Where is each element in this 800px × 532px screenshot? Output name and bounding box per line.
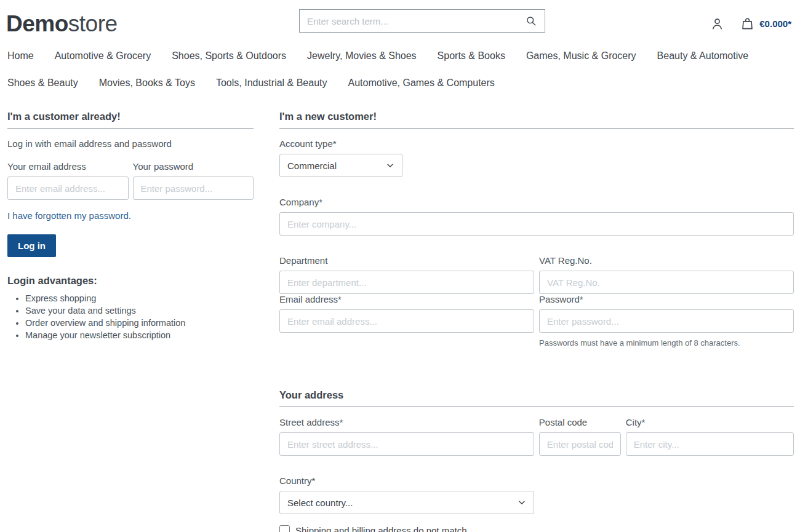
cart-bag-icon (740, 17, 754, 31)
password-hint: Passwords must have a minimum length of … (539, 338, 794, 347)
store-logo[interactable]: Demostore (6, 12, 118, 35)
account-type-group: Account type* Commercial (279, 138, 794, 177)
advantage-item: Manage your newsletter subscription (25, 330, 254, 340)
register-divider (279, 128, 794, 129)
advantage-item: Express shopping (25, 293, 254, 303)
postal-input[interactable] (539, 432, 621, 456)
account-button[interactable] (710, 17, 724, 31)
cart-button[interactable]: €0.000* (740, 17, 791, 31)
login-advantages-list: Express shopping Save your data and sett… (7, 293, 254, 340)
cart-total: €0.000* (759, 18, 791, 29)
logo-text-bold: Demo (6, 11, 68, 36)
country-group: Country* Select country... (279, 475, 794, 514)
address-section: Your address Street address* Postal code… (279, 389, 794, 532)
nav-item-automotive-games-computers[interactable]: Automotive, Games & Computers (348, 77, 495, 89)
login-email-field: Your email address (7, 161, 129, 200)
login-section: I'm a customer already! Log in with emai… (7, 111, 254, 343)
main-content: I'm a customer already! Log in with emai… (0, 89, 800, 532)
city-field: City* (626, 417, 794, 456)
register-page: Demostore (0, 0, 800, 532)
header: Demostore (0, 0, 800, 41)
address-divider (279, 407, 794, 407)
email-password-row: Email address* Password* Passwords must … (279, 294, 794, 347)
nav-item-home[interactable]: Home (7, 50, 34, 62)
country-label: Country* (279, 475, 794, 486)
nav-item-movies-books-toys[interactable]: Movies, Books & Toys (99, 77, 195, 89)
shipping-billing-row: Shipping and billing address do not matc… (279, 525, 794, 532)
forgot-password-link[interactable]: I have forgotten my password. (7, 210, 131, 221)
login-password-label: Your password (133, 161, 254, 172)
register-password-label: Password* (539, 294, 794, 304)
register-section: I'm a new customer! Account type* Commer… (279, 111, 794, 532)
account-type-label: Account type* (279, 138, 794, 149)
advantage-item: Order overview and shipping information (25, 318, 254, 328)
register-password-input[interactable] (539, 309, 794, 333)
nav-item-automotive-grocery[interactable]: Automotive & Grocery (55, 50, 151, 62)
street-label: Street address* (279, 417, 534, 427)
nav-item-sports-books[interactable]: Sports & Books (438, 50, 505, 62)
nav-item-shoes-sports-outdoors[interactable]: Shoes, Sports & Outdoors (172, 50, 286, 62)
postal-field: Postal code (539, 417, 621, 456)
login-fields-row: Your email address Your password (7, 161, 254, 200)
main-nav-row1: Home Automotive & Grocery Shoes, Sports … (0, 50, 800, 62)
search-input[interactable] (300, 10, 521, 32)
vat-label: VAT Reg.No. (539, 255, 794, 266)
department-vat-row: Department VAT Reg.No. (279, 255, 794, 294)
nav-item-shoes-beauty[interactable]: Shoes & Beauty (7, 77, 78, 89)
country-select[interactable]: Select country... (279, 491, 534, 514)
login-password-field: Your password (133, 161, 254, 200)
login-advantages-title: Login advantages: (7, 275, 254, 287)
login-subtitle: Log in with email address and password (7, 138, 254, 149)
advantage-item: Save your data and settings (25, 306, 254, 316)
street-input[interactable] (279, 432, 534, 456)
nav-item-beauty-automotive[interactable]: Beauty & Automotive (657, 50, 749, 62)
nav-item-tools-industrial-beauty[interactable]: Tools, Industrial & Beauty (216, 77, 327, 89)
search-box (299, 9, 545, 33)
company-input[interactable] (279, 212, 794, 236)
account-icon (710, 17, 724, 31)
login-divider (7, 128, 254, 129)
account-type-select[interactable]: Commercial (279, 154, 402, 177)
company-label: Company* (279, 197, 794, 207)
logo-text-light: store (68, 11, 118, 36)
login-title: I'm a customer already! (7, 111, 254, 122)
chevron-down-icon (386, 161, 394, 170)
shipping-billing-checkbox[interactable] (279, 525, 290, 532)
country-value: Select country... (287, 498, 353, 508)
nav-item-jewelry-movies-shoes[interactable]: Jewelry, Movies & Shoes (307, 50, 417, 62)
nav-item-games-music-grocery[interactable]: Games, Music & Grocery (526, 50, 636, 62)
vat-input[interactable] (539, 271, 794, 294)
search-icon (525, 15, 537, 27)
street-postal-city-row: Street address* Postal code City* (279, 417, 794, 456)
city-input[interactable] (626, 432, 794, 456)
department-field: Department (279, 255, 534, 294)
department-input[interactable] (279, 271, 534, 294)
city-label: City* (626, 417, 794, 427)
department-label: Department (279, 255, 534, 266)
vat-field: VAT Reg.No. (539, 255, 794, 294)
street-field: Street address* (279, 417, 534, 456)
login-email-label: Your email address (7, 161, 129, 172)
shipping-billing-label[interactable]: Shipping and billing address do not matc… (295, 525, 470, 532)
address-title: Your address (279, 389, 794, 401)
company-group: Company* (279, 197, 794, 236)
main-nav-row2: Shoes & Beauty Movies, Books & Toys Tool… (0, 77, 800, 89)
register-email-label: Email address* (279, 294, 534, 304)
register-email-field: Email address* (279, 294, 534, 347)
register-password-field: Password* Passwords must have a minimum … (539, 294, 794, 347)
login-button[interactable]: Log in (7, 234, 56, 257)
login-email-input[interactable] (7, 177, 129, 200)
postal-label: Postal code (539, 417, 621, 427)
header-actions: €0.000* (710, 17, 794, 31)
login-password-input[interactable] (133, 177, 254, 200)
account-type-value: Commercial (287, 161, 337, 171)
search-button[interactable] (521, 15, 545, 27)
register-title: I'm a new customer! (279, 111, 794, 122)
register-email-input[interactable] (279, 309, 534, 333)
chevron-down-icon (518, 498, 526, 507)
